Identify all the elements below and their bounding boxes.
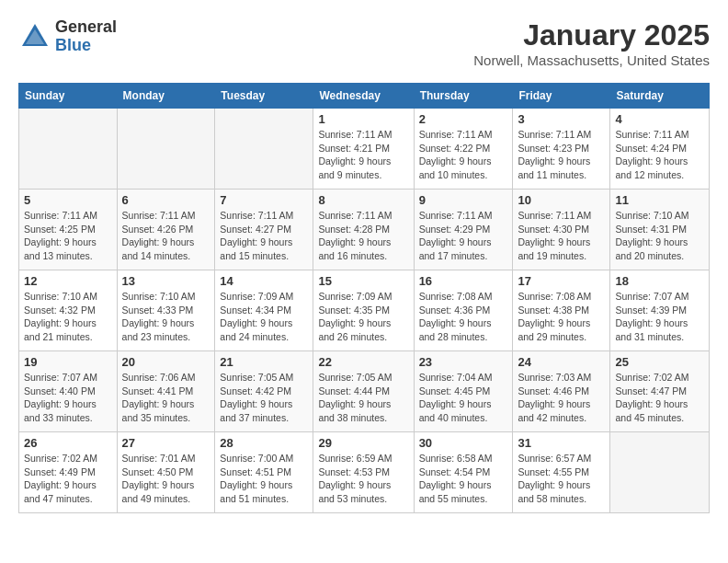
calendar-cell: 13Sunrise: 7:10 AM Sunset: 4:33 PM Dayli… [117, 270, 215, 351]
logo: General Blue [18, 18, 117, 55]
calendar-cell: 25Sunrise: 7:02 AM Sunset: 4:47 PM Dayli… [610, 351, 710, 432]
day-header-wednesday: Wednesday [313, 84, 414, 109]
day-number: 13 [122, 274, 210, 288]
day-content: Sunrise: 7:11 AM Sunset: 4:24 PM Dayligh… [615, 128, 704, 182]
calendar-cell [117, 109, 215, 190]
day-header-monday: Monday [117, 84, 215, 109]
day-header-friday: Friday [513, 84, 610, 109]
calendar-cell [610, 432, 710, 513]
day-number: 29 [318, 436, 408, 450]
day-header-saturday: Saturday [610, 84, 710, 109]
day-number: 14 [220, 274, 308, 288]
calendar-cell: 27Sunrise: 7:01 AM Sunset: 4:50 PM Dayli… [117, 432, 215, 513]
day-content: Sunrise: 7:11 AM Sunset: 4:27 PM Dayligh… [220, 209, 308, 263]
day-content: Sunrise: 7:11 AM Sunset: 4:22 PM Dayligh… [419, 128, 508, 182]
day-number: 24 [518, 355, 605, 369]
day-content: Sunrise: 7:11 AM Sunset: 4:29 PM Dayligh… [419, 209, 508, 263]
day-number: 17 [518, 274, 605, 288]
day-header-thursday: Thursday [414, 84, 513, 109]
day-content: Sunrise: 6:58 AM Sunset: 4:54 PM Dayligh… [419, 452, 508, 506]
day-number: 22 [318, 355, 408, 369]
calendar-cell: 12Sunrise: 7:10 AM Sunset: 4:32 PM Dayli… [19, 270, 118, 351]
day-content: Sunrise: 7:05 AM Sunset: 4:42 PM Dayligh… [220, 371, 308, 425]
calendar-cell: 31Sunrise: 6:57 AM Sunset: 4:55 PM Dayli… [513, 432, 610, 513]
week-row-3: 12Sunrise: 7:10 AM Sunset: 4:32 PM Dayli… [19, 270, 710, 351]
day-number: 5 [24, 193, 112, 207]
calendar-cell: 18Sunrise: 7:07 AM Sunset: 4:39 PM Dayli… [610, 270, 710, 351]
day-content: Sunrise: 7:00 AM Sunset: 4:51 PM Dayligh… [220, 452, 308, 506]
day-number: 31 [518, 436, 605, 450]
day-number: 11 [615, 193, 704, 207]
calendar-cell: 9Sunrise: 7:11 AM Sunset: 4:29 PM Daylig… [414, 190, 513, 270]
day-number: 19 [24, 355, 112, 369]
day-content: Sunrise: 7:01 AM Sunset: 4:50 PM Dayligh… [122, 452, 210, 506]
day-content: Sunrise: 7:11 AM Sunset: 4:26 PM Dayligh… [122, 209, 210, 263]
calendar-cell: 30Sunrise: 6:58 AM Sunset: 4:54 PM Dayli… [414, 432, 513, 513]
calendar-cell: 3Sunrise: 7:11 AM Sunset: 4:23 PM Daylig… [513, 109, 610, 190]
day-header-sunday: Sunday [19, 84, 118, 109]
day-number: 18 [615, 274, 704, 288]
day-number: 20 [122, 355, 210, 369]
day-number: 25 [615, 355, 704, 369]
day-content: Sunrise: 7:11 AM Sunset: 4:25 PM Dayligh… [24, 209, 112, 263]
month-title: January 2025 [473, 18, 710, 52]
day-content: Sunrise: 7:11 AM Sunset: 4:30 PM Dayligh… [518, 209, 605, 263]
day-number: 12 [24, 274, 112, 288]
day-number: 8 [318, 193, 408, 207]
week-row-1: 1Sunrise: 7:11 AM Sunset: 4:21 PM Daylig… [19, 109, 710, 190]
day-number: 3 [518, 112, 605, 126]
day-number: 1 [318, 112, 408, 126]
day-number: 26 [24, 436, 112, 450]
day-number: 7 [220, 193, 308, 207]
day-number: 16 [419, 274, 508, 288]
logo-general-text: General [55, 18, 117, 37]
day-content: Sunrise: 7:11 AM Sunset: 4:21 PM Dayligh… [318, 128, 408, 182]
day-content: Sunrise: 7:03 AM Sunset: 4:46 PM Dayligh… [518, 371, 605, 425]
calendar-cell: 28Sunrise: 7:00 AM Sunset: 4:51 PM Dayli… [215, 432, 313, 513]
calendar-cell: 16Sunrise: 7:08 AM Sunset: 4:36 PM Dayli… [414, 270, 513, 351]
day-number: 21 [220, 355, 308, 369]
calendar-cell: 10Sunrise: 7:11 AM Sunset: 4:30 PM Dayli… [513, 190, 610, 270]
calendar-cell: 29Sunrise: 6:59 AM Sunset: 4:53 PM Dayli… [313, 432, 414, 513]
calendar-cell: 17Sunrise: 7:08 AM Sunset: 4:38 PM Dayli… [513, 270, 610, 351]
calendar-cell: 11Sunrise: 7:10 AM Sunset: 4:31 PM Dayli… [610, 190, 710, 270]
calendar-cell [215, 109, 313, 190]
location-subtitle: Norwell, Massachusetts, United States [473, 52, 710, 68]
day-content: Sunrise: 7:10 AM Sunset: 4:31 PM Dayligh… [615, 209, 704, 263]
day-number: 10 [518, 193, 605, 207]
calendar-cell: 23Sunrise: 7:04 AM Sunset: 4:45 PM Dayli… [414, 351, 513, 432]
day-content: Sunrise: 7:08 AM Sunset: 4:36 PM Dayligh… [419, 290, 508, 344]
day-content: Sunrise: 7:02 AM Sunset: 4:47 PM Dayligh… [615, 371, 704, 425]
calendar-cell: 15Sunrise: 7:09 AM Sunset: 4:35 PM Dayli… [313, 270, 414, 351]
day-content: Sunrise: 7:07 AM Sunset: 4:39 PM Dayligh… [615, 290, 704, 344]
day-content: Sunrise: 7:07 AM Sunset: 4:40 PM Dayligh… [24, 371, 112, 425]
calendar-cell: 20Sunrise: 7:06 AM Sunset: 4:41 PM Dayli… [117, 351, 215, 432]
day-content: Sunrise: 7:09 AM Sunset: 4:35 PM Dayligh… [318, 290, 408, 344]
day-number: 4 [615, 112, 704, 126]
calendar-cell: 1Sunrise: 7:11 AM Sunset: 4:21 PM Daylig… [313, 109, 414, 190]
logo-icon [18, 20, 51, 53]
calendar-cell [19, 109, 118, 190]
calendar-cell: 22Sunrise: 7:05 AM Sunset: 4:44 PM Dayli… [313, 351, 414, 432]
calendar-cell: 8Sunrise: 7:11 AM Sunset: 4:28 PM Daylig… [313, 190, 414, 270]
calendar-cell: 4Sunrise: 7:11 AM Sunset: 4:24 PM Daylig… [610, 109, 710, 190]
page-header: General Blue January 2025 Norwell, Massa… [18, 18, 710, 68]
day-content: Sunrise: 7:04 AM Sunset: 4:45 PM Dayligh… [419, 371, 508, 425]
calendar-header-row: SundayMondayTuesdayWednesdayThursdayFrid… [19, 84, 710, 109]
day-content: Sunrise: 7:06 AM Sunset: 4:41 PM Dayligh… [122, 371, 210, 425]
day-number: 28 [220, 436, 308, 450]
calendar-cell: 5Sunrise: 7:11 AM Sunset: 4:25 PM Daylig… [19, 190, 118, 270]
logo-blue-text: Blue [55, 37, 117, 55]
calendar-cell: 21Sunrise: 7:05 AM Sunset: 4:42 PM Dayli… [215, 351, 313, 432]
calendar-cell: 24Sunrise: 7:03 AM Sunset: 4:46 PM Dayli… [513, 351, 610, 432]
day-content: Sunrise: 7:11 AM Sunset: 4:28 PM Dayligh… [318, 209, 408, 263]
day-content: Sunrise: 6:57 AM Sunset: 4:55 PM Dayligh… [518, 452, 605, 506]
week-row-4: 19Sunrise: 7:07 AM Sunset: 4:40 PM Dayli… [19, 351, 710, 432]
day-number: 30 [419, 436, 508, 450]
calendar-cell: 26Sunrise: 7:02 AM Sunset: 4:49 PM Dayli… [19, 432, 118, 513]
day-number: 23 [419, 355, 508, 369]
day-content: Sunrise: 7:05 AM Sunset: 4:44 PM Dayligh… [318, 371, 408, 425]
day-content: Sunrise: 7:08 AM Sunset: 4:38 PM Dayligh… [518, 290, 605, 344]
day-number: 6 [122, 193, 210, 207]
day-number: 2 [419, 112, 508, 126]
